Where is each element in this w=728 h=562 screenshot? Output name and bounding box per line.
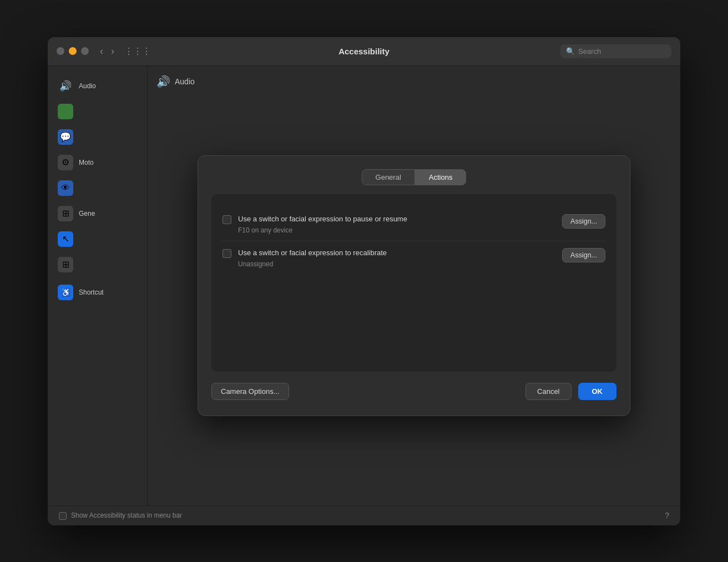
titlebar: ‹ › ⋮⋮⋮ Accessibility 🔍 bbox=[48, 37, 680, 66]
traffic-lights bbox=[57, 47, 89, 55]
assign-button-1[interactable]: Assign... bbox=[562, 214, 605, 229]
status-text: Show Accessibility status in menu bar bbox=[71, 512, 182, 519]
ok-button[interactable]: OK bbox=[578, 383, 617, 400]
keyboard-icon: ⊞ bbox=[58, 257, 73, 272]
sidebar-item-keyboard[interactable]: ⊞ bbox=[51, 252, 144, 277]
sidebar-item-vision[interactable]: 👁 bbox=[51, 176, 144, 200]
action-2-checkbox[interactable] bbox=[223, 249, 231, 258]
action-1-text: Use a switch or facial expression to pau… bbox=[238, 214, 555, 234]
camera-options-button[interactable]: Camera Options... bbox=[211, 383, 289, 400]
search-input[interactable] bbox=[578, 47, 666, 55]
status-bar: Show Accessibility status in menu bar ? bbox=[48, 505, 680, 525]
sidebar-item-general[interactable]: ⊞ Gene bbox=[51, 201, 144, 226]
status-checkbox[interactable] bbox=[59, 512, 67, 520]
forward-button[interactable]: › bbox=[109, 44, 117, 58]
audio-icon: 🔊 bbox=[58, 78, 73, 94]
action-2-label: Use a switch or facial expression to rec… bbox=[238, 248, 555, 258]
tab-bar: General Actions bbox=[211, 169, 616, 185]
action-1-label: Use a switch or facial expression to pau… bbox=[238, 214, 555, 224]
modal-overlay: General Actions Use a switch or facial e… bbox=[148, 66, 680, 505]
pointer-icon: ↖ bbox=[58, 231, 73, 247]
help-icon[interactable]: ? bbox=[665, 511, 669, 520]
general-icon: ⊞ bbox=[58, 206, 73, 221]
sidebar-item-shortcut[interactable]: ♿ Shortcut bbox=[51, 279, 144, 306]
sidebar-item-audio[interactable]: 🔊 Audio bbox=[51, 74, 144, 98]
modal-footer: Camera Options... Cancel OK bbox=[211, 383, 616, 400]
dialog: General Actions Use a switch or facial e… bbox=[198, 155, 630, 416]
search-icon: 🔍 bbox=[566, 47, 575, 55]
vision-icon: 👁 bbox=[58, 180, 73, 196]
grid-button[interactable]: ⋮⋮⋮ bbox=[124, 46, 151, 57]
main-content: 🔊 Audio 💬 ⚙ Moto 👁 bbox=[48, 66, 680, 505]
action-1-sublabel: F10 on any device bbox=[238, 226, 555, 234]
motor-icon: ⚙ bbox=[58, 155, 73, 170]
sidebar-label-shortcut: Shortcut bbox=[79, 288, 104, 296]
sidebar-group: 🔊 Audio 💬 ⚙ Moto 👁 bbox=[48, 74, 147, 277]
sidebar-label-general: Gene bbox=[79, 210, 95, 217]
sidebar: 🔊 Audio 💬 ⚙ Moto 👁 bbox=[48, 66, 148, 505]
sidebar-item-chat[interactable]: 💬 bbox=[51, 125, 144, 149]
green-icon bbox=[58, 104, 73, 119]
tab-actions[interactable]: Actions bbox=[415, 169, 467, 185]
assign-button-2[interactable]: Assign... bbox=[562, 248, 605, 262]
action-2-sublabel: Unassigned bbox=[238, 260, 555, 268]
maximize-button[interactable] bbox=[81, 47, 89, 55]
tab-general[interactable]: General bbox=[362, 169, 415, 185]
sidebar-item-pointer[interactable]: ↖ bbox=[51, 227, 144, 251]
main-window: ‹ › ⋮⋮⋮ Accessibility 🔍 🔊 Audio bbox=[48, 37, 680, 525]
minimize-button[interactable] bbox=[69, 47, 77, 55]
window-title: Accessibility bbox=[338, 47, 390, 56]
sidebar-item-motor[interactable]: ⚙ Moto bbox=[51, 150, 144, 175]
action-row-1: Use a switch or facial expression to pau… bbox=[223, 207, 605, 241]
sidebar-label-audio: Audio bbox=[79, 82, 96, 90]
chat-icon: 💬 bbox=[58, 129, 73, 145]
modal-content: Use a switch or facial expression to pau… bbox=[211, 194, 616, 372]
search-bar[interactable]: 🔍 bbox=[560, 44, 671, 58]
back-button[interactable]: ‹ bbox=[98, 44, 105, 58]
right-panel: 🔊 Audio General Actions bbox=[148, 66, 680, 505]
shortcut-icon: ♿ bbox=[58, 285, 73, 300]
sidebar-label-motor: Moto bbox=[79, 159, 94, 166]
action-1-checkbox[interactable] bbox=[223, 215, 231, 224]
close-button[interactable] bbox=[57, 47, 64, 55]
action-2-text: Use a switch or facial expression to rec… bbox=[238, 248, 555, 268]
navigation-controls: ‹ › ⋮⋮⋮ bbox=[98, 44, 151, 58]
action-row-2: Use a switch or facial expression to rec… bbox=[223, 241, 605, 275]
sidebar-item-green[interactable] bbox=[51, 99, 144, 124]
cancel-button[interactable]: Cancel bbox=[525, 383, 571, 400]
